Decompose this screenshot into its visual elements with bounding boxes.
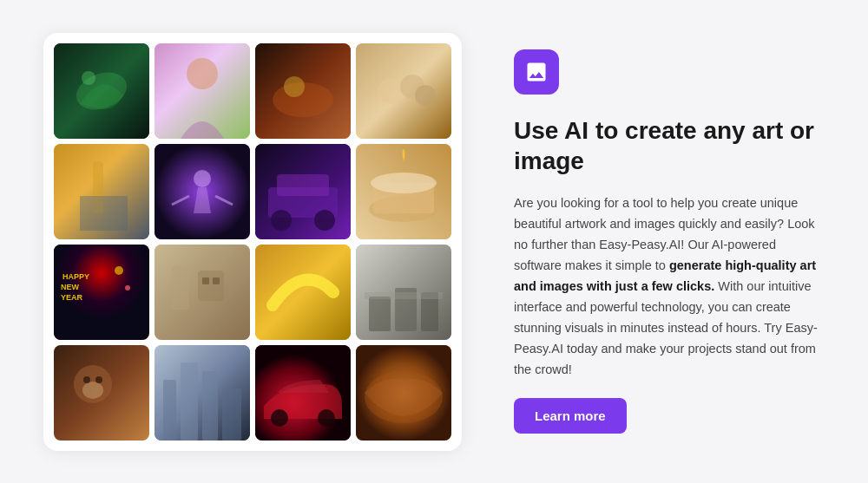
- learn-more-button[interactable]: Learn more: [514, 398, 627, 434]
- right-panel: Use AI to create any art or image Are yo…: [514, 49, 825, 433]
- svg-point-55: [318, 409, 335, 427]
- svg-point-4: [187, 58, 218, 89]
- svg-point-16: [194, 170, 211, 187]
- grid-cell-newyear: HAPPY NEW YEAR: [54, 245, 149, 340]
- grid-cell-city: [155, 345, 250, 441]
- svg-rect-34: [202, 277, 209, 284]
- svg-point-20: [271, 210, 292, 231]
- grid-cell-banana: [255, 245, 351, 340]
- grid-cell-giraffe: [54, 144, 149, 239]
- main-container: HAPPY NEW YEAR: [9, 7, 859, 477]
- svg-point-7: [284, 76, 305, 97]
- grid-cell-cake: [356, 144, 451, 239]
- svg-rect-35: [213, 277, 220, 284]
- grid-cell-car: [255, 345, 351, 441]
- image-grid: HAPPY NEW YEAR: [54, 43, 451, 441]
- svg-rect-19: [277, 174, 329, 196]
- grid-cell-dogs: [356, 43, 451, 139]
- svg-rect-33: [198, 271, 224, 301]
- grid-cell-robot: [155, 245, 250, 340]
- svg-rect-42: [365, 292, 443, 299]
- image-grid-wrapper: HAPPY NEW YEAR: [43, 33, 462, 451]
- grid-cell-dining: [356, 245, 451, 340]
- main-heading: Use AI to create any art or image: [514, 115, 825, 176]
- svg-rect-14: [80, 196, 128, 231]
- svg-point-25: [371, 173, 437, 193]
- image-icon: [524, 60, 549, 84]
- svg-point-46: [83, 376, 90, 383]
- grid-cell-woman: [155, 43, 250, 139]
- svg-point-47: [95, 376, 102, 383]
- grid-cell-jump: [155, 144, 250, 239]
- svg-point-31: [125, 285, 130, 290]
- svg-text:YEAR: YEAR: [61, 293, 83, 302]
- svg-point-11: [415, 85, 436, 106]
- svg-text:HAPPY: HAPPY: [62, 272, 89, 281]
- svg-rect-26: [54, 245, 149, 340]
- svg-rect-52: [222, 388, 241, 441]
- svg-rect-49: [163, 380, 176, 441]
- svg-rect-36: [172, 266, 189, 310]
- svg-point-30: [115, 266, 123, 275]
- svg-text:NEW: NEW: [61, 283, 80, 291]
- description-text: Are you looking for a tool to help you c…: [514, 193, 825, 380]
- svg-rect-39: [369, 297, 391, 331]
- grid-cell-truck: [255, 144, 351, 239]
- svg-point-54: [271, 409, 288, 427]
- description-part2: With our intuitive interface and powerfu…: [514, 279, 818, 376]
- svg-rect-51: [202, 371, 218, 441]
- svg-point-2: [82, 71, 95, 85]
- svg-point-9: [378, 78, 404, 104]
- grid-cell-monkey: [54, 345, 149, 441]
- ai-image-icon-box: [514, 49, 559, 95]
- grid-cell-dragon: [54, 43, 149, 139]
- grid-cell-bread: [356, 345, 451, 441]
- svg-point-45: [82, 382, 103, 399]
- grid-cell-food: [255, 43, 351, 139]
- svg-point-21: [314, 210, 335, 231]
- svg-rect-50: [181, 362, 198, 441]
